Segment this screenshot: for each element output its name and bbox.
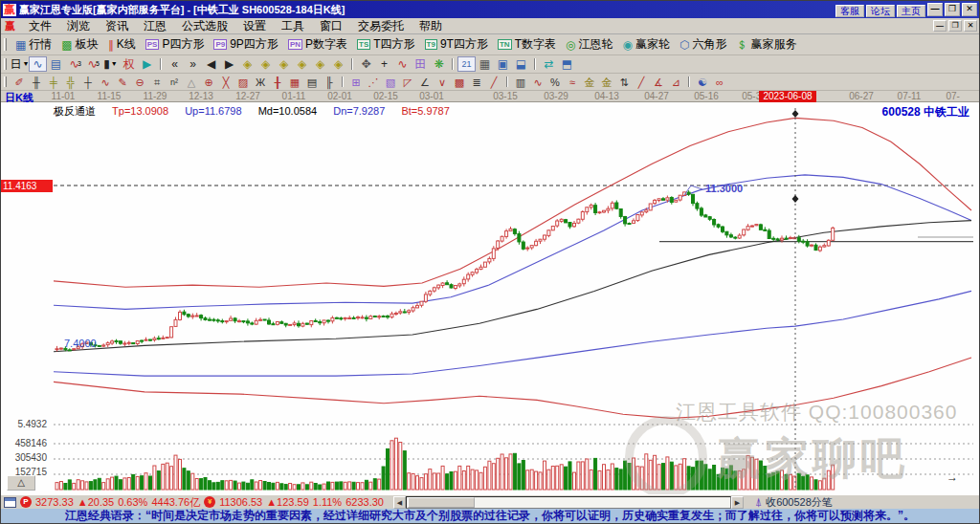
window-layout-icon[interactable]: ▣ xyxy=(494,56,512,72)
triangle-tool[interactable]: △ xyxy=(183,75,200,89)
shanghai-index-icon[interactable]: P xyxy=(20,496,32,508)
menu-item[interactable]: 资讯 xyxy=(98,18,136,34)
diagonal-line-tool[interactable]: ╱ xyxy=(633,75,650,89)
close-button[interactable]: ✕ xyxy=(962,3,977,16)
yinyang-tool[interactable]: ☯ xyxy=(694,75,711,89)
crosshair-icon[interactable]: + xyxy=(375,56,393,72)
toolbar-handle[interactable] xyxy=(4,76,7,87)
infinity-tool[interactable]: ∞ xyxy=(711,75,728,89)
grid-division-tool[interactable]: ╬ xyxy=(62,75,79,89)
child-minimize-button[interactable]: — xyxy=(933,20,947,32)
restore-button[interactable]: ❐ xyxy=(945,3,960,16)
gann-wheel-button[interactable]: ◎江恩轮 xyxy=(561,34,617,55)
cross-lines-tool[interactable]: ╳ xyxy=(217,75,234,89)
right-triangle-tool[interactable]: ⊿ xyxy=(667,75,684,89)
chart-window-icon[interactable]: ∿ xyxy=(29,56,47,72)
minimize-button[interactable]: — xyxy=(927,3,943,16)
menu-item[interactable]: 江恩 xyxy=(136,18,174,34)
shenzhen-index-icon[interactable]: ¥ xyxy=(204,496,215,508)
9t-square-button[interactable]: T99T四方形 xyxy=(420,34,493,55)
zoom-in-button[interactable]: ◈ xyxy=(311,56,329,72)
calendar-icon[interactable]: 21 xyxy=(457,56,476,72)
prev-bar-button[interactable]: ◀ xyxy=(202,56,220,72)
ruler-tool[interactable]: ╟ xyxy=(321,75,338,89)
hash-grid-tool[interactable]: ⌗ xyxy=(148,75,166,89)
parallel-lines-tool[interactable]: ╱ xyxy=(485,75,502,89)
dense-grid-tool[interactable]: ▦ xyxy=(286,75,303,89)
arc-tool[interactable]: ∿ xyxy=(97,75,114,89)
last-page-button[interactable]: » xyxy=(184,56,202,72)
red-grid-tool[interactable]: ▩ xyxy=(451,75,468,89)
zoom-shrink-button[interactable]: ◈ xyxy=(293,56,311,72)
bands-tool[interactable]: ▥ xyxy=(512,75,529,89)
pencil-tool[interactable]: ✎ xyxy=(114,75,131,89)
candle-style-button[interactable]: ▮▼ xyxy=(101,56,120,72)
export-icon[interactable]: ⬒ xyxy=(558,56,576,72)
status-scrollbar[interactable]: ◀ ▶ xyxy=(393,496,744,509)
corner-tool[interactable]: ◸ xyxy=(399,75,416,89)
shade-box-tool[interactable]: ▧ xyxy=(382,75,399,89)
pattern-icon[interactable]: ❋ xyxy=(430,56,448,72)
save-icon[interactable]: ⬓ xyxy=(512,56,530,72)
zoom-right-button[interactable]: ◈ xyxy=(256,56,275,72)
pan-hand-icon[interactable]: ✥ xyxy=(357,56,375,72)
menu-item[interactable]: 文件 xyxy=(21,18,59,34)
child-restore-button[interactable]: ❐ xyxy=(948,20,962,32)
menu-item[interactable]: 设置 xyxy=(235,18,274,34)
menu-item[interactable]: 交易委托 xyxy=(350,18,412,34)
zigzag-tool[interactable]: ∨ xyxy=(434,75,451,89)
quotes-button[interactable]: ▦行情 xyxy=(11,34,56,55)
golden-section-tool[interactable]: 金 xyxy=(581,75,598,89)
menu-item[interactable]: 帮助 xyxy=(412,18,450,34)
scroll-right-button[interactable]: ▶ xyxy=(731,496,744,509)
sync-icon[interactable]: ⇄ xyxy=(540,56,558,72)
purple-grid-tool[interactable]: ⊞ xyxy=(347,75,365,89)
cross-line-tool[interactable]: ┼ xyxy=(79,75,97,89)
star-lines-tool[interactable]: Ж xyxy=(252,75,269,89)
first-page-button[interactable]: « xyxy=(166,56,184,72)
chart-scroll-right-icon[interactable]: → xyxy=(947,470,958,484)
zoom-expand-button[interactable]: ◈ xyxy=(275,56,293,72)
angle-tool[interactable]: ∠ xyxy=(416,75,434,89)
axis-tool[interactable]: ╂ xyxy=(269,75,286,89)
brush-tool[interactable]: ✐ xyxy=(11,75,28,89)
sectors-button[interactable]: ▩板块 xyxy=(56,34,102,55)
time-division-tool[interactable]: ╫ xyxy=(28,75,45,89)
play-flag-icon[interactable]: ▶ xyxy=(138,56,156,72)
lined-box-tool[interactable]: ▤ xyxy=(303,75,321,89)
9p-square-button[interactable]: P99P四方形 xyxy=(209,34,282,55)
menu-item[interactable]: 公式选股 xyxy=(174,18,235,34)
percent-line-tool[interactable]: % xyxy=(546,75,564,89)
levels-tool[interactable]: ≣ xyxy=(468,75,485,89)
scrollbar-track[interactable] xyxy=(406,496,731,509)
menu-item[interactable]: 工具 xyxy=(274,18,312,34)
scrollbar-thumb[interactable] xyxy=(408,497,475,508)
calculator-icon[interactable]: ▦ xyxy=(476,56,494,72)
volume-toggle-button[interactable]: △ xyxy=(7,475,35,491)
tick-status-label[interactable]: 收600528分笔 xyxy=(766,495,833,510)
toolbar-handle[interactable] xyxy=(4,38,7,51)
titlebar-link-0[interactable]: 客服 xyxy=(835,5,864,17)
zoom-left-button[interactable]: ◈ xyxy=(238,56,256,72)
kline-button[interactable]: ∥K线 xyxy=(103,34,141,55)
hexagon-button[interactable]: ⬡六角形 xyxy=(675,34,731,55)
winner-wheel-button[interactable]: ◉赢家轮 xyxy=(617,34,674,55)
chart-area[interactable]: 极反通道 Tp=13.0908 Up=11.6798 Md=10.0584 Dn… xyxy=(1,102,979,494)
updown-tool[interactable]: ⇅ xyxy=(615,75,633,89)
golden-box-tool[interactable]: 金 xyxy=(598,75,615,89)
wave-5-icon[interactable]: ∿5 xyxy=(83,56,101,72)
p-square-button[interactable]: PSP四方形 xyxy=(141,34,210,55)
zoom-out-button[interactable]: ◈ xyxy=(329,56,347,72)
circle-line-tool[interactable]: ⊖ xyxy=(131,75,148,89)
circle-cross-tool[interactable]: ⊕ xyxy=(200,75,217,89)
percent-curve-tool[interactable]: ∿ xyxy=(529,75,546,89)
wave-3-icon[interactable]: ∿3 xyxy=(65,56,83,72)
t-square-button[interactable]: TST四方形 xyxy=(352,34,420,55)
angle-arc-tool[interactable]: ∡ xyxy=(650,75,667,89)
trend-wave-icon[interactable]: ∿ xyxy=(393,56,412,72)
fan-lines-tool[interactable]: ⋰ xyxy=(365,75,382,89)
shade-grid-tool[interactable]: ▨ xyxy=(234,75,252,89)
price-division-tool[interactable]: ╪ xyxy=(45,75,62,89)
titlebar-link-1[interactable]: 论坛 xyxy=(866,5,895,17)
scroll-left-button[interactable]: ◀ xyxy=(393,496,406,509)
